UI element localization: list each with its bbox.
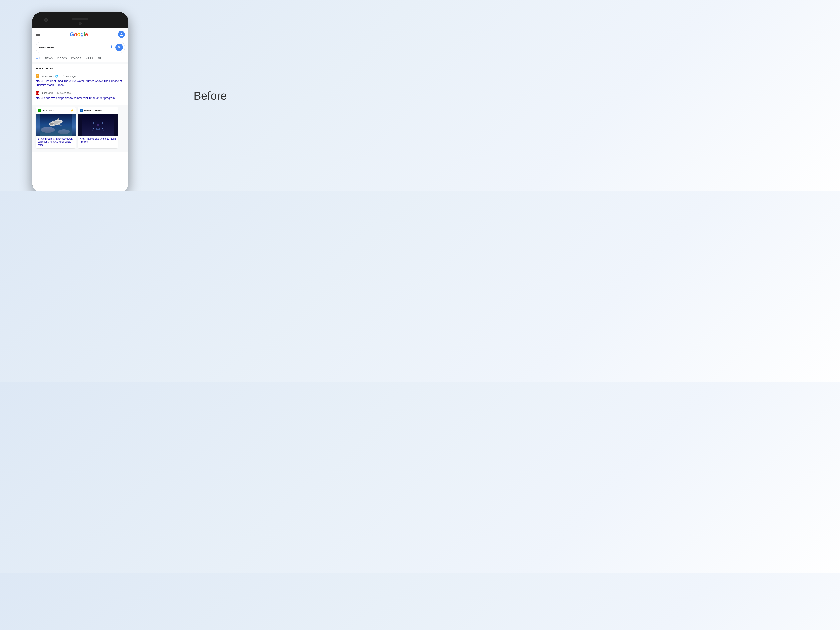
logo-letter-e: e bbox=[85, 31, 88, 37]
spacenews-icon: SN bbox=[36, 91, 39, 95]
card-source-name-dt: DIGITAL TRENDS bbox=[84, 109, 102, 112]
news-card-techcrunch[interactable]: TC TechCrunch ⚡ bbox=[36, 107, 76, 148]
svg-point-4 bbox=[41, 127, 55, 133]
search-button[interactable] bbox=[115, 44, 123, 51]
camera-icon bbox=[44, 18, 48, 22]
hamburger-line-1 bbox=[36, 33, 40, 33]
tab-videos[interactable]: VIDEOS bbox=[57, 55, 67, 62]
card-source-row-tc: TC TechCrunch bbox=[38, 109, 54, 112]
speaker-slot bbox=[72, 18, 88, 20]
search-results-content: TOP STORIES S ScienceAlert 🌐 · 16 hours … bbox=[32, 62, 128, 153]
logo-letter-l: l bbox=[84, 31, 85, 37]
user-account-button[interactable] bbox=[118, 31, 125, 38]
microphone-icon[interactable] bbox=[109, 44, 115, 50]
globe-icon-1: 🌐 bbox=[55, 75, 58, 77]
hamburger-line-2 bbox=[36, 34, 40, 35]
svg-point-5 bbox=[58, 129, 70, 134]
search-input-value[interactable]: nasa news bbox=[39, 46, 109, 49]
hamburger-line-3 bbox=[36, 35, 40, 36]
svg-point-22 bbox=[97, 124, 99, 126]
card-image-shuttle bbox=[36, 114, 76, 136]
phone-screen: Google nasa news bbox=[32, 28, 128, 191]
tab-shopping[interactable]: SH bbox=[97, 55, 101, 62]
story-time-2: 10 hours ago bbox=[57, 92, 71, 95]
google-app-header: Google bbox=[32, 28, 128, 41]
top-stories-section: TOP STORIES S ScienceAlert 🌐 · 16 hours … bbox=[32, 65, 128, 105]
hamburger-menu-button[interactable] bbox=[36, 33, 40, 36]
story-link-1[interactable]: NASA Just Confirmed There Are Water Plum… bbox=[36, 79, 125, 87]
story-time-1: 16 hours ago bbox=[62, 75, 76, 77]
card-source-name-tc: TechCrunch bbox=[42, 109, 54, 112]
card-image-lunar-lander bbox=[78, 114, 118, 136]
story-source-row-2: SN SpaceNews · 10 hours ago bbox=[36, 91, 125, 95]
search-result-tabs: ALL NEWS VIDEOS IMAGES MAPS SH bbox=[32, 55, 128, 62]
before-label: Before bbox=[194, 89, 227, 102]
google-logo: Google bbox=[70, 31, 88, 38]
story-source-name-1: ScienceAlert bbox=[41, 75, 54, 77]
card-header-techcrunch: TC TechCrunch ⚡ bbox=[36, 107, 76, 114]
card-title-dt[interactable]: NASA invites Blue Origin to moon mission bbox=[78, 136, 118, 145]
news-card-scroll: TC TechCrunch ⚡ bbox=[32, 105, 128, 150]
top-stories-heading: TOP STORIES bbox=[36, 67, 125, 70]
card-source-row-dt: + DIGITAL TRENDS bbox=[80, 109, 102, 112]
story-link-2[interactable]: NASA adds five companies to commercial l… bbox=[36, 96, 125, 100]
tab-all[interactable]: ALL bbox=[36, 55, 41, 62]
techcrunch-logo-icon: TC bbox=[38, 109, 41, 112]
story-source-row-1: S ScienceAlert 🌐 · 16 hours ago bbox=[36, 74, 125, 78]
digital-trends-logo-icon: + bbox=[80, 109, 84, 112]
phone-top-bar bbox=[32, 12, 128, 28]
phone-frame: Google nasa news bbox=[32, 12, 128, 191]
science-alert-icon: S bbox=[36, 74, 39, 78]
logo-letter-o2: o bbox=[77, 31, 81, 37]
logo-letter-g2: g bbox=[81, 31, 84, 37]
lightning-icon-tc: ⚡ bbox=[71, 109, 74, 112]
svg-rect-0 bbox=[111, 45, 112, 48]
search-bar-container: nasa news bbox=[32, 41, 128, 55]
news-card-digital-trends[interactable]: + DIGITAL TRENDS bbox=[78, 107, 118, 148]
logo-letter-o1: o bbox=[74, 31, 77, 37]
logo-letter-g: G bbox=[70, 31, 74, 37]
tab-images[interactable]: IMAGES bbox=[71, 55, 82, 62]
card-title-tc[interactable]: SNC's Dream Chaser spacecraft can supply… bbox=[36, 136, 76, 148]
phone-mockup: Google nasa news bbox=[32, 12, 128, 191]
card-header-dt: + DIGITAL TRENDS bbox=[78, 107, 118, 114]
story-item-2: SN SpaceNews · 10 hours ago NASA adds fi… bbox=[36, 89, 125, 102]
search-bar[interactable]: nasa news bbox=[36, 42, 125, 53]
front-camera-icon bbox=[79, 22, 82, 25]
shuttle-svg bbox=[40, 114, 72, 136]
story-source-name-2: SpaceNews bbox=[41, 92, 54, 95]
tab-maps[interactable]: MAPS bbox=[85, 55, 93, 62]
story-item-1: S ScienceAlert 🌐 · 16 hours ago NASA Jus… bbox=[36, 73, 125, 89]
lander-svg bbox=[82, 114, 114, 136]
tab-news[interactable]: NEWS bbox=[45, 55, 53, 62]
